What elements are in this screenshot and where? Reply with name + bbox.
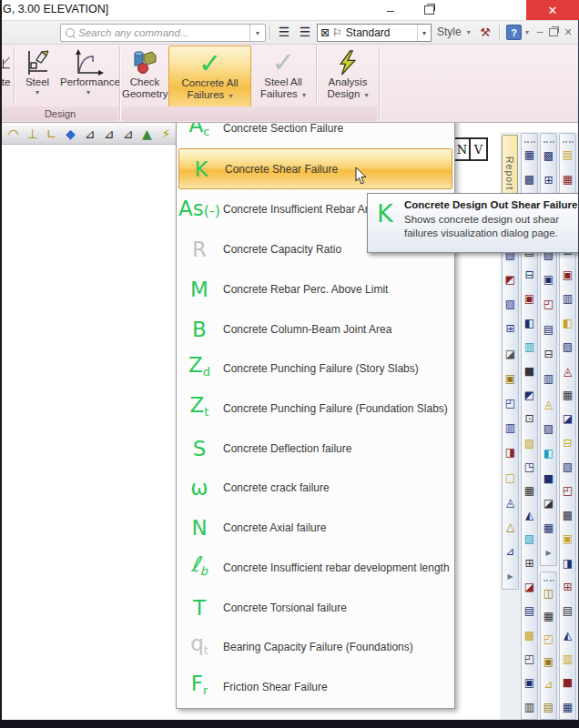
mdi-close-button[interactable]: ✕ — [562, 25, 574, 39]
menu-item[interactable]: NConcrete Axial failure — [178, 508, 453, 548]
check-geometry-button[interactable]: Check Geometry — [122, 46, 168, 106]
tool-icon[interactable]: ▨ — [503, 292, 518, 317]
tool-icon[interactable]: ◪ — [560, 407, 575, 430]
tool-icon[interactable]: ⊟ — [560, 431, 575, 455]
tool-icon[interactable]: ◫ — [541, 581, 556, 604]
tool-icon[interactable]: ▣ — [541, 267, 556, 291]
tool-icon[interactable]: ▲ — [137, 124, 157, 143]
search-dropdown-button[interactable]: ▾ — [249, 25, 265, 41]
analysis-design-button[interactable]: Analysis Design ▾ — [320, 46, 375, 106]
tool-icon[interactable]: ◨ — [503, 440, 518, 465]
tool-icon[interactable]: ▦ — [541, 604, 556, 627]
tool-icon[interactable]: ◰ — [560, 479, 575, 502]
tool-icon[interactable]: △ — [503, 514, 518, 539]
menu-item[interactable]: ZtConcrete Punching Failure (Foundation … — [178, 389, 453, 429]
menu-item[interactable]: FrFriction Shear Failure — [178, 667, 453, 707]
layers-up-icon[interactable]: ☰ — [275, 24, 293, 40]
tool-icon[interactable]: ◰ — [503, 390, 518, 415]
tool-icon[interactable]: ▸ — [503, 564, 518, 589]
tool-icon[interactable]: ◠ — [4, 124, 23, 143]
tool-icon[interactable]: ▤ — [541, 696, 556, 719]
view-preset-combo[interactable]: ⊠ ⚐ Standard ▾ — [317, 24, 432, 42]
tool-icon[interactable]: ◧ — [541, 441, 556, 466]
tool-icon[interactable]: ▨ — [560, 335, 575, 359]
menu-item[interactable]: KConcrete Shear Failure — [178, 148, 452, 190]
style-dropdown[interactable]: Style ▾ — [437, 24, 471, 40]
mdi-minimize-button[interactable]: – — [533, 25, 546, 39]
design-group-footer[interactable]: Design — [2, 106, 118, 121]
tool-icon[interactable]: ◆ — [61, 124, 80, 143]
tool-icon[interactable]: ▦ — [560, 695, 575, 719]
tool-icon[interactable]: ▣ — [522, 287, 537, 310]
tool-icon[interactable]: ▤ — [541, 317, 556, 341]
tool-icon[interactable]: ◧ — [560, 311, 575, 335]
menu-item[interactable]: MConcrete Rebar Perc. Above Limit — [178, 269, 453, 309]
tool-icon[interactable]: ⊿ — [118, 124, 137, 143]
steel-design-button[interactable]: Steel ▾ — [16, 46, 58, 106]
tool-icon[interactable]: ▧ — [522, 527, 537, 551]
tool-icon[interactable]: ▥ — [522, 335, 537, 359]
combo-dropdown-button[interactable]: ▾ — [417, 25, 431, 41]
tool-icon[interactable]: ◬ — [541, 391, 556, 416]
search-box[interactable]: ▾ — [60, 24, 266, 42]
toolbar-grip[interactable] — [543, 574, 554, 581]
concrete-all-failures-button[interactable]: ✓ Concrete All Failures ▾ — [168, 46, 251, 107]
help-dropdown-button[interactable]: ▾ — [522, 24, 533, 40]
tool-icon[interactable]: ⊟ — [522, 263, 537, 287]
tool-icon[interactable]: ◬ — [560, 359, 575, 382]
menu-item[interactable]: TConcrete Torsional failure — [178, 588, 453, 628]
tool-icon[interactable]: ⊿ — [80, 124, 99, 143]
tool-icon[interactable]: ◩ — [522, 383, 537, 407]
menu-item[interactable]: qtBearing Capacity Failure (Foundations) — [178, 628, 453, 668]
tool-icon[interactable]: ▣ — [541, 651, 556, 673]
tool-icon[interactable]: ▦ — [560, 167, 575, 190]
tool-icon[interactable]: ◭ — [560, 623, 575, 647]
tool-icon[interactable]: ▤ — [560, 143, 575, 167]
tool-icon[interactable]: ▧ — [560, 455, 575, 479]
menu-item[interactable]: SConcrete Deflection failure — [178, 429, 453, 469]
steel-all-failures-button[interactable]: ✓ Steel All Failures ▾ — [254, 46, 312, 106]
tool-icon[interactable]: ▣ — [503, 366, 518, 390]
tool-icon[interactable]: ◬ — [503, 490, 518, 514]
tool-icon[interactable]: ▥ — [560, 647, 575, 671]
tool-icon[interactable]: ◪ — [503, 341, 518, 366]
tool-icon[interactable]: ◪ — [522, 575, 537, 599]
tool-icon[interactable]: ▦ — [541, 515, 556, 540]
menu-item[interactable]: ZdConcrete Punching Failure (Story Slabs… — [178, 349, 453, 389]
tool-icon[interactable]: ◳ — [522, 455, 537, 479]
tool-icon[interactable]: ◪ — [541, 490, 556, 515]
tool-icon[interactable]: ⊞ — [541, 167, 556, 192]
tool-icon[interactable]: ◰ — [541, 627, 556, 650]
tool-icon[interactable]: ▤ — [522, 599, 537, 622]
tool-icon[interactable]: ◰ — [541, 292, 556, 317]
tool-icon[interactable]: ▥ — [541, 367, 556, 391]
tool-icon[interactable]: ◩ — [503, 267, 518, 291]
tool-icon[interactable]: ◭ — [522, 503, 537, 527]
menu-item[interactable]: ℓbConcrete Insufficient rebar developmen… — [178, 548, 453, 588]
restore-button[interactable] — [410, 0, 448, 20]
tool-icon[interactable]: ■ — [560, 671, 575, 694]
tool-icon[interactable]: ▸ — [541, 541, 556, 565]
tool-icon[interactable]: ⊟ — [541, 341, 556, 366]
tool-icon[interactable]: □ — [503, 465, 518, 490]
customize-tool-icon[interactable]: ⚒ — [477, 24, 493, 40]
tool-icon[interactable]: ■ — [522, 359, 537, 382]
tool-icon[interactable]: ⚡ — [157, 124, 176, 143]
close-button[interactable]: ✕ — [526, 0, 579, 20]
tool-icon[interactable]: ▦ — [560, 383, 575, 407]
tool-icon[interactable]: ▩ — [522, 623, 537, 647]
tool-icon[interactable]: ⊞ — [522, 551, 537, 574]
tool-icon[interactable]: ▤ — [560, 599, 575, 622]
tool-icon[interactable]: ▩ — [560, 503, 575, 527]
tool-icon[interactable]: ∟ — [42, 124, 61, 143]
tool-icon[interactable]: ▥ — [560, 287, 575, 310]
tool-icon[interactable]: ▣ — [522, 671, 537, 694]
tool-icon[interactable]: ■ — [541, 466, 556, 490]
search-input[interactable] — [75, 27, 249, 38]
tool-icon[interactable]: ▦ — [522, 479, 537, 502]
tool-icon[interactable]: ⊡ — [522, 407, 537, 430]
performance-button[interactable]: Performance ▾ — [60, 46, 117, 106]
tool-icon[interactable]: ⊿ — [541, 673, 556, 696]
tool-icon[interactable]: ▥ — [522, 695, 537, 719]
tool-icon[interactable]: ⊿ — [99, 124, 118, 143]
